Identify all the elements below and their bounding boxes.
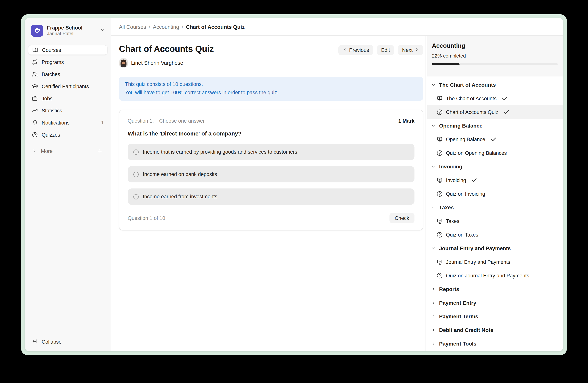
help-circle-icon: [437, 191, 443, 197]
outline-group-payment-entry[interactable]: Payment Entry: [427, 296, 563, 309]
course-outline: The Chart of AccountsThe Chart of Accoun…: [427, 77, 563, 350]
answer-option-2[interactable]: Income earned on bank deposits: [128, 166, 415, 182]
sidebar-item-courses[interactable]: Courses: [28, 45, 108, 55]
notification-count-badge: 1: [101, 120, 104, 125]
next-button[interactable]: Next: [398, 45, 423, 55]
outline-group-taxes[interactable]: Taxes: [427, 201, 563, 214]
breadcrumb-separator: /: [149, 24, 150, 30]
breadcrumb-item-accounting[interactable]: Accounting: [153, 24, 179, 30]
option-label: Income that is earned by providing goods…: [143, 149, 298, 155]
users-icon: [32, 71, 38, 77]
collapse-left-icon: [32, 338, 38, 344]
outline-lesson-invoicing[interactable]: Invoicing: [427, 173, 563, 187]
collapse-label: Collapse: [42, 339, 62, 345]
check-button[interactable]: Check: [389, 213, 415, 223]
check-icon: [503, 109, 510, 115]
page-title: Chart of Accounts Quiz: [119, 44, 214, 54]
sidebar-item-label: Courses: [42, 47, 61, 53]
trending-up-icon: [32, 108, 38, 114]
info-line: This quiz consists of 10 questions.: [125, 80, 417, 89]
chevron-down-icon: [100, 27, 105, 33]
breadcrumb-item-all-courses[interactable]: All Courses: [119, 24, 146, 30]
outline-lesson-journal-entry-and-payments[interactable]: Journal Entry and Payments: [427, 255, 563, 269]
question-text: What is the 'Direct Income' of a company…: [128, 130, 415, 137]
breadcrumb: All Courses/Accounting/Chart of Accounts…: [119, 24, 245, 30]
sidebar-item-more[interactable]: More: [28, 146, 108, 156]
monitor-play-icon: [437, 95, 443, 102]
sidebar-item-notifications[interactable]: Notifications1: [28, 118, 108, 128]
course-panel: Accounting 22% completed The Chart of Ac…: [425, 36, 563, 351]
question-number: Question 1:: [128, 118, 154, 124]
outline-item-label: Invoicing: [446, 177, 466, 183]
sidebar-item-batches[interactable]: Batches: [28, 69, 108, 79]
avatar-photo: [119, 58, 128, 67]
question-marks: 1 Mark: [398, 118, 415, 124]
instructor-row: Linet Sherin Varghese: [119, 58, 214, 67]
outline-lesson-quiz-on-invoicing[interactable]: Quiz on Invoicing: [427, 187, 563, 201]
more-label: More: [41, 148, 53, 154]
outline-lesson-chart-of-accounts-quiz[interactable]: Chart of Accounts Quiz: [427, 105, 563, 119]
monitor-play-icon: [437, 177, 443, 183]
outline-lesson-quiz-on-taxes[interactable]: Quiz on Taxes: [427, 228, 563, 241]
radio-icon: [133, 149, 139, 154]
collapse-button[interactable]: Collapse: [28, 337, 108, 347]
instructor-name: Linet Sherin Varghese: [131, 60, 183, 66]
chevron-right-icon: [431, 287, 436, 292]
chevron-right-icon: [431, 341, 436, 346]
outline-group-debit-and-credit-note[interactable]: Debit and Credit Note: [427, 323, 563, 337]
outline-item-label: The Chart of Accounts: [446, 96, 497, 101]
help-circle-icon: [437, 272, 443, 279]
progress-text: 22% completed: [432, 53, 558, 59]
add-button[interactable]: [97, 148, 104, 154]
sidebar-item-statistics[interactable]: Statistics: [28, 106, 108, 115]
outline-item-label: Journal Entry and Payments: [446, 259, 510, 265]
help-circle-icon: [437, 109, 443, 115]
outline-group-payment-terms[interactable]: Payment Terms: [427, 309, 563, 323]
previous-button[interactable]: Previous: [338, 45, 373, 55]
outline-item-label: Payment Tools: [439, 341, 476, 347]
edit-button[interactable]: Edit: [377, 45, 394, 55]
outline-group-journal-entry-and-payments[interactable]: Journal Entry and Payments: [427, 241, 563, 255]
outline-group-payment-tools[interactable]: Payment Tools: [427, 337, 563, 350]
outline-lesson-quiz-on-journal-entry-and-payments[interactable]: Quiz on Journal Entry and Payments: [427, 269, 563, 282]
instructor-avatar: [119, 58, 128, 67]
plus-icon: [97, 148, 103, 154]
outline-lesson-opening-balance[interactable]: Opening Balance: [427, 133, 563, 146]
help-circle-icon: [437, 150, 443, 156]
radio-icon: [133, 172, 139, 177]
sidebar-item-quizzes[interactable]: Quizzes: [28, 130, 108, 140]
chevron-down-icon: [431, 82, 436, 87]
option-label: Income earned from investments: [143, 194, 217, 199]
outline-item-label: Quiz on Invoicing: [446, 191, 485, 197]
answer-option-3[interactable]: Income earned from investments: [128, 189, 415, 205]
sidebar-item-label: Programs: [42, 59, 64, 65]
monitor-play-icon: [437, 218, 443, 224]
outline-group-opening-balance[interactable]: Opening Balance: [427, 119, 563, 133]
chevron-right-icon: [431, 314, 436, 319]
outline-item-label: The Chart of Accounts: [439, 82, 496, 88]
chevron-down-icon: [431, 205, 436, 210]
check-icon: [502, 95, 508, 102]
sidebar-nav: CoursesProgramsBatchesCertified Particip…: [28, 44, 108, 141]
radio-icon: [133, 194, 139, 199]
outline-lesson-taxes[interactable]: Taxes: [427, 214, 563, 228]
answer-option-1[interactable]: Income that is earned by providing goods…: [128, 144, 415, 160]
topbar: All Courses/Accounting/Chart of Accounts…: [111, 18, 563, 36]
outline-lesson-quiz-on-opening-balances[interactable]: Quiz on Opening Balances: [427, 146, 563, 160]
help-circle-icon: [437, 231, 443, 238]
outline-item-label: Debit and Credit Note: [439, 327, 493, 333]
sidebar-item-programs[interactable]: Programs: [28, 57, 108, 67]
outline-group-the-chart-of-accounts[interactable]: The Chart of Accounts: [427, 78, 563, 92]
outline-group-reports[interactable]: Reports: [427, 282, 563, 296]
outline-group-invoicing[interactable]: Invoicing: [427, 160, 563, 173]
switcher-chevron: [100, 27, 105, 34]
sidebar-item-certified-participants[interactable]: Certified Participants: [28, 81, 108, 91]
desktop-background: Frappe School Jannat Patel CoursesProgra…: [0, 0, 588, 383]
workspace-switcher[interactable]: Frappe School Jannat Patel: [28, 23, 108, 38]
monitor-play-icon: [437, 136, 443, 142]
frappe-school-logo: [31, 25, 43, 37]
outline-lesson-the-chart-of-accounts[interactable]: The Chart of Accounts: [427, 92, 563, 105]
outline-item-label: Chart of Accounts Quiz: [446, 109, 498, 115]
sidebar-item-jobs[interactable]: Jobs: [28, 94, 108, 103]
sidebar-item-label: Batches: [42, 71, 60, 77]
